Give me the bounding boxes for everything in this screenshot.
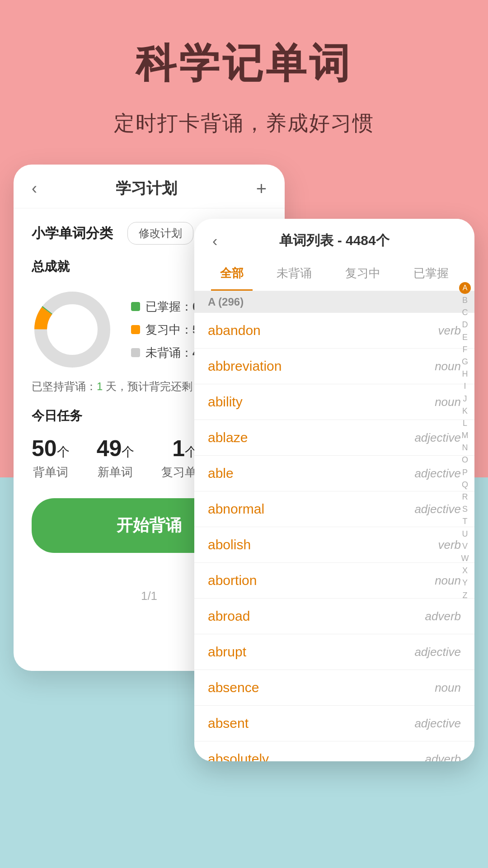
alpha-A[interactable]: A: [459, 282, 471, 294]
word-item-abroad[interactable]: abroad adverb: [194, 599, 474, 634]
word-item-ablaze[interactable]: ablaze adjective: [194, 420, 474, 456]
cards-area: ‹ 学习计划 + 小学单词分类 修改计划 单词列表 总成就: [0, 165, 488, 752]
word-type: verb: [438, 538, 461, 552]
word-tabs: 全部 未背诵 复习中 已掌握: [194, 257, 474, 291]
task-new-label: 新单词: [97, 464, 135, 480]
alpha-S[interactable]: S: [462, 504, 468, 515]
alpha-X[interactable]: X: [462, 565, 468, 576]
left-card-nav: ‹ 学习计划 +: [14, 165, 285, 208]
word-name: absence: [208, 680, 259, 695]
left-card-title: 学习计划: [116, 178, 177, 199]
word-type: noun: [435, 681, 461, 695]
legend-label-green: 已掌握：0: [145, 299, 199, 315]
alpha-M[interactable]: M: [462, 430, 469, 441]
word-item-abolish[interactable]: abolish verb: [194, 527, 474, 563]
alpha-G[interactable]: G: [462, 356, 468, 368]
word-name: absolutely: [208, 751, 269, 761]
alpha-N[interactable]: N: [462, 442, 468, 453]
word-type: adverb: [425, 752, 461, 762]
word-type: verb: [438, 324, 461, 338]
task-new: 49个 新单词: [97, 435, 135, 480]
legend-dot-gray: [131, 348, 140, 357]
alpha-Z[interactable]: Z: [463, 590, 468, 601]
word-type: adjective: [414, 645, 461, 659]
word-type: noun: [435, 574, 461, 588]
alpha-P[interactable]: P: [462, 467, 468, 478]
alpha-L[interactable]: L: [463, 418, 467, 429]
task-total-label: 背单词: [32, 464, 70, 480]
section-label: 小学单词分类: [32, 224, 113, 243]
alpha-C[interactable]: C: [462, 307, 468, 318]
word-type: adjective: [414, 467, 461, 481]
tab-mastered[interactable]: 已掌握: [404, 257, 458, 291]
alpha-O[interactable]: O: [462, 454, 468, 466]
alpha-W[interactable]: W: [461, 553, 469, 564]
task-total: 50个 背单词: [32, 435, 70, 480]
word-type: adjective: [414, 502, 461, 516]
word-name: abrupt: [208, 644, 246, 660]
task-new-num: 49个: [97, 435, 135, 462]
word-item-abandon[interactable]: abandon verb: [194, 313, 474, 349]
word-item-absolutely[interactable]: absolutely adverb: [194, 741, 474, 761]
alpha-Y[interactable]: Y: [462, 577, 468, 589]
alpha-F[interactable]: F: [463, 344, 468, 355]
word-type: adjective: [414, 717, 461, 731]
word-name: abbreviation: [208, 359, 282, 374]
word-name: abroad: [208, 609, 250, 624]
alpha-E[interactable]: E: [462, 332, 468, 343]
word-nav-title: 单词列表 - 4484个: [279, 231, 389, 250]
right-card: ‹ 单词列表 - 4484个 全部 未背诵 复习中 已掌握 A (296) ab…: [194, 219, 474, 761]
main-title: 科学记单词: [0, 36, 488, 91]
word-name: ability: [208, 394, 243, 410]
back-button[interactable]: ‹: [32, 179, 37, 198]
alpha-I[interactable]: I: [464, 381, 466, 392]
tab-unlearned[interactable]: 未背诵: [267, 257, 321, 291]
task-total-num: 50个: [32, 435, 70, 462]
word-item-abortion[interactable]: abortion noun: [194, 563, 474, 599]
word-name: abolish: [208, 537, 251, 552]
section-letter-a: A (296): [194, 291, 474, 313]
legend-dot-orange: [131, 325, 140, 334]
alpha-H[interactable]: H: [462, 368, 468, 380]
sub-title: 定时打卡背诵，养成好习惯: [0, 109, 488, 137]
word-type: adjective: [414, 431, 461, 445]
word-type: noun: [435, 359, 461, 373]
add-button[interactable]: +: [256, 179, 267, 199]
alpha-R[interactable]: R: [462, 491, 468, 503]
alpha-Q[interactable]: Q: [462, 479, 468, 491]
word-nav: ‹ 单词列表 - 4484个: [194, 219, 474, 257]
alpha-U[interactable]: U: [462, 528, 468, 540]
word-item-abnormal[interactable]: abnormal adjective: [194, 491, 474, 527]
alpha-J[interactable]: J: [463, 393, 467, 405]
word-name: ablaze: [208, 430, 248, 445]
word-back-button[interactable]: ‹: [212, 232, 217, 250]
word-name: absent: [208, 716, 249, 731]
word-type: adverb: [425, 609, 461, 623]
tab-reviewing[interactable]: 复习中: [336, 257, 389, 291]
header-section: 科学记单词 定时打卡背诵，养成好习惯: [0, 0, 488, 137]
alpha-B[interactable]: B: [462, 295, 468, 306]
word-item-abbreviation[interactable]: abbreviation noun: [194, 349, 474, 384]
word-item-absence[interactable]: absence noun: [194, 670, 474, 706]
word-item-abrupt[interactable]: abrupt adjective: [194, 634, 474, 670]
svg-point-3: [54, 311, 90, 348]
alpha-V[interactable]: V: [462, 541, 468, 552]
word-item-absent[interactable]: absent adjective: [194, 706, 474, 741]
word-type: noun: [435, 395, 461, 409]
tab-all[interactable]: 全部: [211, 257, 253, 291]
word-name: abortion: [208, 573, 257, 588]
donut-chart: [32, 289, 113, 370]
word-item-ability[interactable]: ability noun: [194, 384, 474, 420]
legend-dot-green: [131, 302, 140, 311]
alpha-K[interactable]: K: [462, 406, 468, 417]
word-name: able: [208, 466, 234, 481]
word-name: abnormal: [208, 501, 264, 517]
word-name: abandon: [208, 323, 261, 338]
word-item-able[interactable]: able adjective: [194, 456, 474, 491]
modify-plan-button[interactable]: 修改计划: [127, 222, 193, 245]
word-list: A (296) abandon verb abbreviation noun a…: [194, 291, 474, 761]
alphabet-index: A B C D E F G H I J K L M N O P Q R S T …: [459, 282, 471, 601]
alpha-D[interactable]: D: [462, 319, 468, 330]
alpha-T[interactable]: T: [463, 516, 468, 527]
